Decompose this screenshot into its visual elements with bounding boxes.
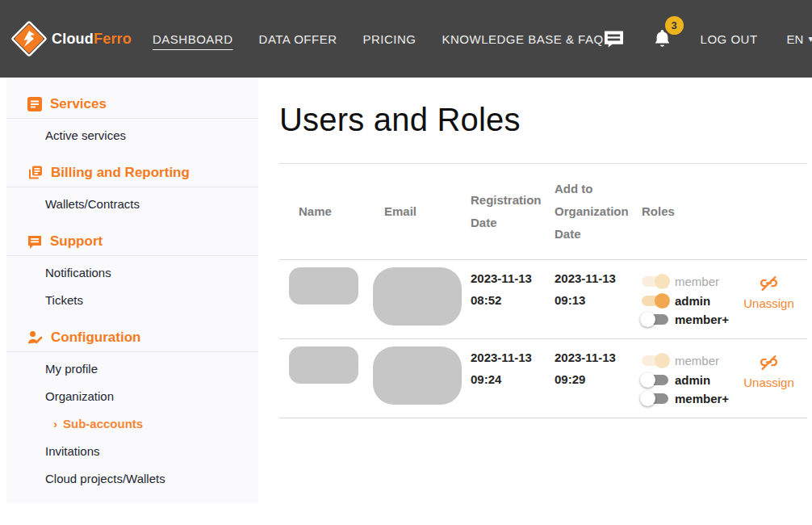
main-content: Users and Roles Name Email Registration … [258, 78, 812, 525]
sidebar-item-invitations[interactable]: Invitations [6, 438, 258, 465]
sidebar-section-billing: Billing and Reporting [6, 159, 258, 187]
col-header-registration-date: Registration Date [471, 189, 555, 234]
toggle-switch[interactable] [642, 276, 668, 287]
section-title: Support [50, 233, 103, 250]
add-to-organization-date: 2023-11-13 09:13 [555, 267, 642, 311]
role-toggle-member[interactable]: member [642, 351, 730, 371]
role-toggle-admin[interactable]: admin [642, 292, 730, 311]
col-header-email: Email [373, 200, 471, 223]
sidebar-item-notifications[interactable]: Notifications [6, 259, 258, 287]
chat-bubble-icon [27, 234, 42, 249]
nav-dashboard[interactable]: DASHBOARD [153, 32, 233, 46]
logout-button[interactable]: LOG OUT [701, 32, 758, 46]
name-placeholder [289, 346, 358, 384]
sidebar-item-active-services[interactable]: Active services [6, 122, 258, 149]
role-toggle-member[interactable]: member [642, 272, 730, 292]
toggle-switch[interactable] [642, 375, 668, 385]
chevron-right-icon: › [53, 417, 57, 431]
role-label: member [675, 275, 719, 288]
top-navbar: CloudFerro DASHBOARD DATA OFFER PRICING … [0, 0, 812, 78]
name-placeholder [289, 267, 358, 304]
main-navigation: DASHBOARD DATA OFFER PRICING KNOWLEDGE B… [153, 32, 604, 46]
nav-data-offer[interactable]: DATA OFFER [259, 32, 337, 46]
language-label: EN [787, 32, 804, 46]
toggle-switch[interactable] [642, 314, 668, 325]
col-header-roles: Roles [642, 200, 730, 223]
notification-badge: 3 [665, 16, 684, 35]
sidebar-item-organization[interactable]: Organization [6, 383, 258, 410]
navbar-actions: 3 LOG OUT EN ▾ [604, 28, 812, 49]
col-header-add-to-organization-date: Add to Organization Date [555, 178, 642, 246]
users-table: Name Email Registration Date Add to Orga… [279, 164, 807, 418]
user-edit-icon [27, 330, 43, 345]
registration-date: 2023-11-13 08:52 [471, 267, 555, 311]
table-header-row: Name Email Registration Date Add to Orga… [279, 164, 807, 260]
sidebar-section-support: Support [6, 228, 258, 255]
sidebar-item-wallets-contracts[interactable]: Wallets/Contracts [6, 191, 258, 218]
roles-cell: member admin member+ [642, 351, 730, 409]
toggle-switch[interactable] [642, 296, 668, 306]
role-toggle-admin[interactable]: admin [642, 371, 730, 390]
cloudferro-logo[interactable]: CloudFerro [10, 19, 132, 58]
role-label: member+ [675, 392, 729, 405]
caret-down-icon: ▾ [808, 33, 812, 44]
cloudferro-logo-icon [10, 19, 48, 58]
section-title: Services [50, 96, 107, 112]
toggle-switch[interactable] [642, 355, 668, 366]
role-label: member [675, 354, 719, 368]
user-row: 2023-11-13 08:52 2023-11-13 09:13 member… [279, 260, 807, 339]
section-title: Configuration [51, 330, 140, 346]
nav-knowledge-base[interactable]: KNOWLEDGE BASE & FAQ [442, 32, 604, 46]
sidebar-item-tickets[interactable]: Tickets [6, 287, 258, 314]
toggle-switch[interactable] [642, 393, 668, 404]
email-placeholder [373, 267, 462, 326]
sidebar: Services Active services Billing and Rep… [6, 78, 258, 502]
documents-stack-icon [27, 166, 43, 180]
sidebar-item-sub-accounts[interactable]: › Sub-accounts [6, 410, 258, 438]
section-title: Billing and Reporting [51, 165, 190, 181]
unassign-label: Unassign [743, 376, 794, 389]
email-placeholder [373, 346, 462, 405]
roles-cell: member admin member+ [642, 272, 730, 330]
role-label: admin [675, 294, 710, 308]
sidebar-section-configuration: Configuration [6, 324, 258, 351]
unassign-button[interactable]: Unassign [743, 351, 794, 389]
role-toggle-member-plus[interactable]: member+ [642, 389, 730, 409]
nav-pricing[interactable]: PRICING [363, 32, 416, 46]
language-selector[interactable]: EN ▾ [787, 32, 812, 46]
sidebar-item-my-profile[interactable]: My profile [6, 355, 258, 383]
unlink-icon [758, 351, 780, 373]
user-row: 2023-11-13 09:24 2023-11-13 09:29 member… [279, 339, 807, 418]
sidebar-item-cloud-projects-wallets[interactable]: Cloud projects/Wallets [6, 465, 258, 493]
role-toggle-member-plus[interactable]: member+ [642, 310, 730, 330]
add-to-organization-date: 2023-11-13 09:29 [555, 346, 642, 390]
sidebar-item-label: Sub-accounts [63, 417, 143, 431]
sidebar-section-services: Services [6, 90, 258, 118]
unassign-button[interactable]: Unassign [743, 272, 794, 310]
col-header-name: Name [279, 200, 373, 223]
role-label: member+ [675, 313, 729, 326]
registration-date: 2023-11-13 09:24 [471, 346, 555, 390]
unlink-icon [758, 272, 780, 294]
role-label: admin [675, 373, 710, 387]
document-list-icon [27, 97, 42, 111]
unassign-label: Unassign [743, 296, 794, 310]
page-title: Users and Roles [279, 102, 807, 138]
notifications-bell[interactable]: 3 [653, 28, 672, 49]
messages-icon[interactable] [604, 29, 624, 48]
brand-name: CloudFerro [52, 31, 132, 48]
